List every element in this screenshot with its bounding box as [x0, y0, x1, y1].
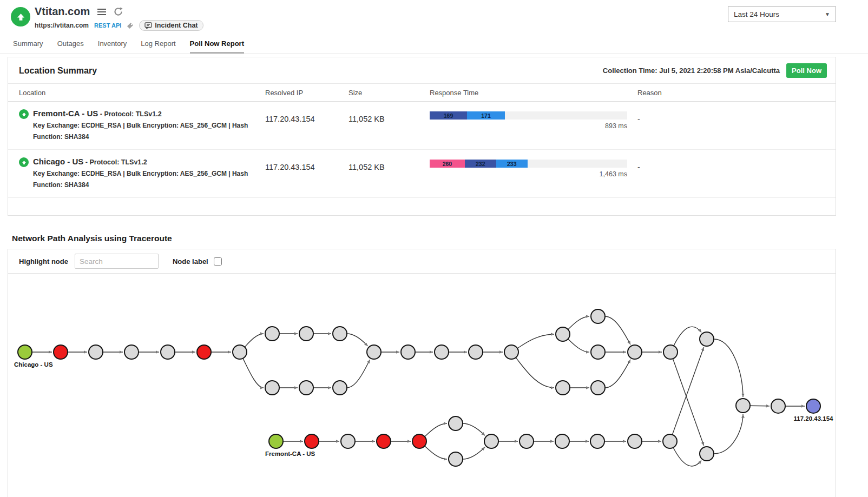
tab-log-report[interactable]: Log Report [141, 39, 175, 54]
trace-node-hop-fj[interactable] [736, 399, 750, 413]
trace-node-hop-b2[interactable] [591, 381, 605, 395]
trace-node-source-f0[interactable] [269, 434, 283, 448]
trace-node-hop-x1[interactable] [663, 345, 678, 359]
status-up-icon [19, 157, 29, 167]
trace-node-hop-m1[interactable] [367, 345, 381, 359]
trace-node-error-c1[interactable] [54, 345, 68, 359]
trace-node-error-f4[interactable] [412, 434, 426, 448]
trace-node-error-f1[interactable] [305, 434, 319, 448]
trace-node-label: Fremont-CA - US [265, 450, 315, 457]
trace-node-hop-l2[interactable] [299, 381, 313, 395]
traceroute-graph-area: Chicago - US117.20.43.154Fremont-CA - US [8, 274, 836, 497]
node-label-label: Node label [173, 257, 208, 266]
trace-node-hop-a3[interactable] [591, 345, 605, 359]
resolved-ip-value: 117.20.43.154 [265, 157, 348, 191]
trace-node-label: 117.20.43.154 [794, 415, 834, 422]
traceroute-graph[interactable]: Chicago - US117.20.43.154Fremont-CA - US [8, 275, 836, 497]
trace-node-hop-fm[interactable] [484, 434, 498, 448]
refresh-icon[interactable] [114, 7, 123, 16]
trace-edge [425, 446, 447, 459]
time-range-select[interactable]: Last 24 Hours ▼ [728, 6, 836, 22]
trace-node-error-f3[interactable] [377, 434, 391, 448]
location-table-header: Location Resolved IP Size Response Time … [8, 84, 836, 102]
location-summary-title: Location Summary [19, 66, 97, 76]
trace-node-hop-h1[interactable] [520, 434, 534, 448]
location-protocol: - Protocol: TLSv1.2 [98, 110, 161, 118]
hamburger-menu-icon[interactable] [96, 8, 107, 16]
trace-edge [425, 423, 447, 436]
trace-node-hop-u1[interactable] [265, 327, 279, 341]
trace-node-hop-a2[interactable] [591, 309, 605, 323]
trace-edge [714, 414, 743, 454]
location-name: Fremont-CA - US [33, 109, 98, 118]
tab-inventory[interactable]: Inventory [98, 39, 127, 54]
trace-node-hop-fd[interactable] [449, 452, 463, 466]
trace-node-hop-l1[interactable] [265, 381, 279, 395]
trace-node-source-c0[interactable] [18, 345, 32, 359]
tab-outages[interactable]: Outages [57, 39, 84, 54]
monitor-status-up-icon [11, 7, 30, 26]
network-path-title: Network Path Analysis using Traceroute [12, 234, 868, 243]
poll-now-button[interactable]: Poll Now [786, 63, 827, 78]
tab-summary[interactable]: Summary [13, 39, 43, 54]
trace-node-dest-dst[interactable] [806, 399, 820, 413]
highlight-node-search-input[interactable] [75, 254, 159, 269]
trace-edge [605, 360, 630, 388]
trace-node-hop-f2[interactable] [341, 434, 355, 448]
trace-edge [674, 327, 701, 346]
bar-segment-label: 233 [507, 161, 517, 167]
rest-api-link[interactable]: REST API [94, 22, 121, 29]
column-resolved-ip: Resolved IP [265, 84, 348, 101]
trace-node-hop-l3[interactable] [333, 381, 347, 395]
response-bar: 260232233 [430, 160, 627, 168]
time-range-value: Last 24 Hours [734, 10, 779, 18]
size-value: 11,052 KB [348, 157, 430, 191]
tag-icon[interactable] [127, 22, 134, 29]
trace-edge [673, 359, 703, 446]
trace-node-hop-z1[interactable] [700, 447, 714, 461]
trace-node-hop-g2[interactable] [771, 399, 785, 413]
highlight-node-label: Highlight node [19, 257, 68, 266]
trace-node-hop-c2[interactable] [89, 345, 103, 359]
trace-node-hop-m2[interactable] [401, 345, 415, 359]
trace-node-hop-h5[interactable] [663, 434, 677, 448]
trace-node-hop-fu[interactable] [449, 416, 463, 430]
trace-node-hop-u2[interactable] [299, 327, 313, 341]
trace-node-hop-a1[interactable] [556, 327, 570, 341]
location-cell: Chicago - US - Protocol: TLSv1.2Key Exch… [19, 157, 265, 191]
node-label-checkbox[interactable] [214, 257, 222, 266]
trace-node-hop-h3[interactable] [590, 434, 604, 448]
bar-segment-label: 260 [443, 161, 452, 167]
tab-poll-now-report[interactable]: Poll Now Report [190, 39, 244, 54]
trace-node-hop-m5[interactable] [628, 345, 642, 359]
trace-node-hop-h2[interactable] [555, 434, 569, 448]
location-name: Chicago - US [33, 157, 83, 166]
trace-node-hop-m3[interactable] [435, 345, 449, 359]
reason-value: - [637, 157, 836, 191]
tab-bar: SummaryOutagesInventoryLog ReportPoll No… [13, 39, 868, 54]
trace-node-hop-u3[interactable] [333, 327, 347, 341]
trace-node-hop-c6[interactable] [233, 345, 247, 359]
trace-node-hop-h4[interactable] [628, 434, 642, 448]
trace-node-hop-c3[interactable] [124, 345, 139, 359]
incident-chat-chip[interactable]: Incident Chat [139, 20, 203, 31]
trace-node-hop-c4[interactable] [161, 345, 175, 359]
caret-down-icon: ▼ [825, 11, 830, 17]
monitor-url[interactable]: https://vtitan.com [35, 22, 89, 29]
trace-node-error-c5[interactable] [197, 345, 211, 359]
page-header: Vtitan.com https://vtitan.com REST API I… [0, 0, 868, 54]
trace-node-hop-s2[interactable] [504, 345, 518, 359]
trace-edge [568, 339, 589, 352]
trace-edge [245, 334, 264, 347]
trace-edge [605, 316, 630, 344]
response-time-cell: 169171893 ms [430, 109, 637, 143]
size-value: 11,052 KB [348, 109, 430, 143]
trace-edge [463, 423, 485, 435]
location-summary-card: Location Summary Collection Time: Jul 5,… [8, 57, 836, 216]
column-reason: Reason [637, 84, 836, 101]
trace-node-hop-b1[interactable] [556, 381, 570, 395]
trace-node-hop-y1[interactable] [700, 332, 714, 346]
chat-icon [144, 22, 152, 29]
trace-node-hop-m4[interactable] [469, 345, 483, 359]
trace-edge [673, 448, 701, 466]
